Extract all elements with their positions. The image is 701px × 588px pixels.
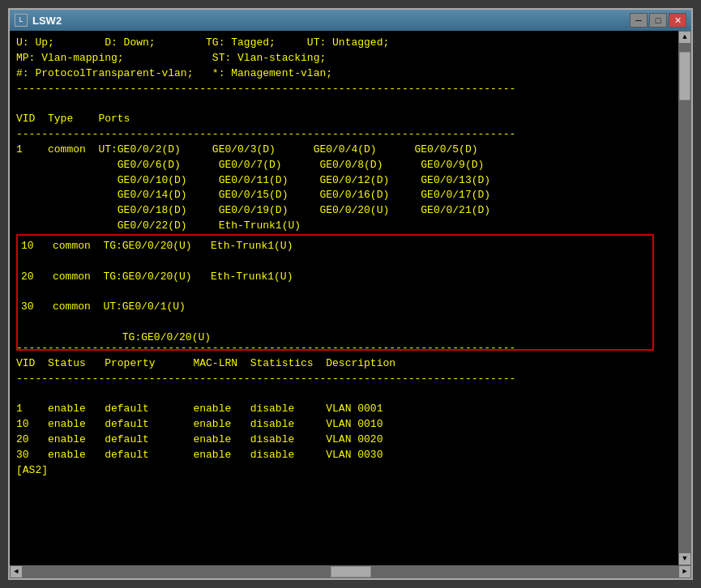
scroll-track[interactable] <box>678 44 691 552</box>
minimize-button[interactable]: ─ <box>630 13 648 28</box>
title-bar-buttons: ─ □ ✕ <box>630 13 686 28</box>
window-title: LSW2 <box>32 15 62 27</box>
bottom-thumb[interactable] <box>331 566 371 577</box>
window-icon: L <box>15 14 28 27</box>
title-bar-left: L LSW2 <box>15 14 62 27</box>
horizontal-scrollbar[interactable]: ◄ ► <box>10 565 691 578</box>
terminal-output[interactable]: U: Up; D: Down; TG: Tagged; UT: Untagged… <box>10 31 678 565</box>
bottom-track[interactable] <box>23 565 678 578</box>
close-button[interactable]: ✕ <box>669 13 686 28</box>
terminal-text: U: Up; D: Down; TG: Tagged; UT: Untagged… <box>16 36 672 234</box>
scroll-left-button[interactable]: ◄ <box>10 565 23 578</box>
bottom-scroll-container: ◄ ► <box>10 565 691 578</box>
scroll-right-button[interactable]: ► <box>678 565 691 578</box>
vertical-scrollbar[interactable]: ▲ ▼ <box>678 31 691 565</box>
content-area: U: Up; D: Down; TG: Tagged; UT: Untagged… <box>10 31 691 565</box>
highlight-border: 10 common TG:GE0/0/20(U) Eth-Trunk1(U) 2… <box>16 234 654 351</box>
scroll-thumb[interactable] <box>679 52 690 100</box>
scroll-down-button[interactable]: ▼ <box>678 552 691 565</box>
title-bar: L LSW2 ─ □ ✕ <box>10 10 691 31</box>
highlighted-section: 10 common TG:GE0/0/20(U) Eth-Trunk1(U) 2… <box>16 234 672 341</box>
terminal-status: ----------------------------------------… <box>16 341 672 479</box>
scroll-up-button[interactable]: ▲ <box>678 31 691 44</box>
main-window: L LSW2 ─ □ ✕ U: Up; D: Down; TG: Tagged;… <box>8 8 693 580</box>
highlighted-text: 10 common TG:GE0/0/20(U) Eth-Trunk1(U) 2… <box>21 239 649 346</box>
maximize-button[interactable]: □ <box>649 13 667 28</box>
